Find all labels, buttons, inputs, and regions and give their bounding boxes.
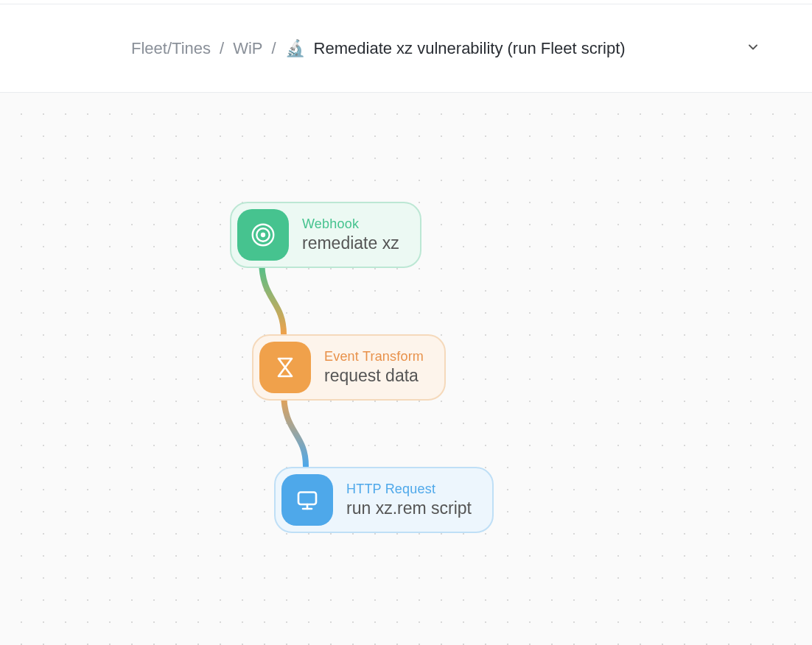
breadcrumb-level-1[interactable]: Fleet/Tines <box>131 39 211 58</box>
svg-rect-3 <box>298 493 316 505</box>
chevron-down-icon[interactable] <box>746 40 760 57</box>
hourglass-icon <box>259 342 311 393</box>
node-name-label: remediate xz <box>302 233 399 253</box>
breadcrumb: Fleet/Tines / WiP / 🔬 Remediate xz vulne… <box>131 39 626 58</box>
monitor-icon <box>281 474 333 526</box>
node-type-label: HTTP Request <box>346 482 472 497</box>
node-event-transform[interactable]: Event Transform request data <box>252 334 446 401</box>
node-name-label: run xz.rem script <box>346 498 472 518</box>
node-type-label: Event Transform <box>324 349 424 364</box>
microscope-icon: 🔬 <box>285 39 305 58</box>
breadcrumb-separator: / <box>220 39 224 58</box>
node-http-request[interactable]: HTTP Request run xz.rem script <box>274 467 494 533</box>
workflow-canvas[interactable]: Webhook remediate xz Event Transform req… <box>0 93 812 645</box>
page-header: Fleet/Tines / WiP / 🔬 Remediate xz vulne… <box>0 4 812 93</box>
breadcrumb-level-2[interactable]: WiP <box>233 39 262 58</box>
node-name-label: request data <box>324 366 424 386</box>
breadcrumb-separator: / <box>271 39 276 58</box>
broadcast-icon <box>237 209 289 261</box>
page-title[interactable]: Remediate xz vulnerability (run Fleet sc… <box>314 39 626 58</box>
node-type-label: Webhook <box>302 216 399 232</box>
svg-point-0 <box>261 233 265 237</box>
node-webhook[interactable]: Webhook remediate xz <box>230 202 421 268</box>
